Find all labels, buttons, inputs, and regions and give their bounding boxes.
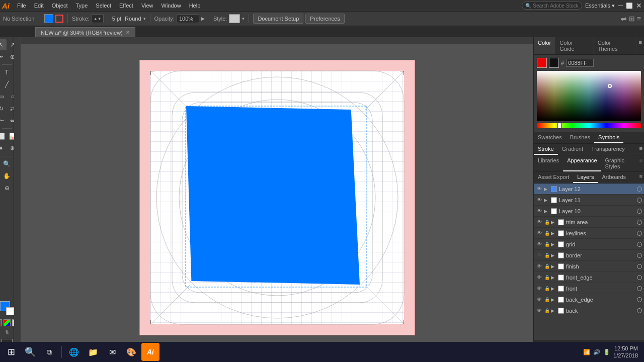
menu-view[interactable]: View (138, 2, 157, 10)
tab-graphic-styles[interactable]: Graphic Styles (601, 155, 638, 171)
color-mode-swatch[interactable] (4, 319, 11, 326)
layer-row-trim[interactable]: 👁 🔒 ▶ trim area (534, 217, 644, 228)
keylines-lock-icon[interactable]: 🔒 (544, 231, 550, 236)
artboard-tool[interactable]: ⬜ (0, 131, 7, 142)
tab-libraries[interactable]: Libraries (534, 155, 563, 171)
none-swatch[interactable] (0, 319, 2, 326)
rotate-tool[interactable]: ↻ (0, 103, 7, 114)
tab-close-icon[interactable]: ✕ (126, 30, 130, 35)
layer-11-eye-icon[interactable]: 👁 (536, 197, 543, 203)
foreground-color-box[interactable] (537, 58, 547, 68)
front-arrow-icon[interactable]: ▶ (551, 286, 556, 291)
tab-swatches[interactable]: Swatches (534, 132, 566, 143)
layer-row-12[interactable]: 👁 ▶ Layer 12 (534, 184, 644, 195)
layer-12-eye-icon[interactable]: 👁 (536, 186, 543, 192)
canvas-area[interactable] (14, 37, 533, 351)
border-lock-icon[interactable]: 🔒 (544, 253, 550, 258)
menu-help[interactable]: Help (186, 2, 204, 10)
layer-10-target[interactable] (637, 209, 642, 214)
back-lock-icon[interactable]: 🔒 (544, 308, 550, 313)
finish-target[interactable] (637, 264, 642, 269)
tab-artboards[interactable]: Artboards (598, 172, 630, 183)
network-icon[interactable]: 📶 (583, 349, 590, 355)
zoom-tool[interactable]: 🔍 (2, 158, 13, 169)
front-edge-target[interactable] (637, 275, 642, 280)
rectangle-tool[interactable]: ▭ (0, 91, 7, 102)
front-eye-icon[interactable]: 👁 (536, 286, 543, 291)
start-button[interactable]: ⊞ (2, 343, 20, 361)
stroke-dropdown-icon[interactable]: ▾ (143, 16, 146, 21)
stroke-up-icon[interactable]: ▲▼ (94, 17, 102, 21)
taskbar-clock[interactable]: 12:50 PM 1/27/2018 (613, 345, 642, 359)
menu-file[interactable]: File (14, 2, 30, 10)
stroke-panel-menu-icon[interactable]: ≡ (638, 144, 644, 155)
line-tool[interactable]: ╱ (2, 79, 13, 90)
illustrator-taskbar-btn[interactable]: Ai (141, 343, 159, 361)
menu-effect[interactable]: Effect (116, 2, 137, 10)
finish-lock-icon[interactable]: 🔒 (544, 264, 550, 269)
pen-tool[interactable]: ✒ (0, 51, 7, 62)
tab-color-themes[interactable]: Color Themes (594, 37, 637, 54)
style-dropdown-icon[interactable]: ▾ (242, 16, 245, 21)
layer-row-10[interactable]: 👁 ▶ Layer 10 (534, 206, 644, 217)
warp-tool[interactable]: 〜 (0, 115, 7, 126)
stroke-swatch[interactable] (55, 15, 63, 23)
layer-row-finish[interactable]: 👁 🔒 ▶ finish (534, 261, 644, 272)
tab-color[interactable]: Color (534, 37, 555, 54)
fill-swatch[interactable] (44, 14, 53, 23)
color-cursor[interactable] (608, 84, 612, 88)
keylines-eye-icon[interactable]: 👁 (536, 230, 543, 236)
preferences-button[interactable]: Preferences (305, 14, 344, 24)
tab-gradient[interactable]: Gradient (558, 144, 587, 155)
finish-eye-icon[interactable]: 👁 (536, 263, 543, 269)
style-swatch[interactable] (229, 14, 240, 23)
menu-window[interactable]: Window (158, 2, 185, 10)
volume-icon[interactable]: 🔊 (593, 349, 600, 355)
tab-brushes[interactable]: Brushes (566, 132, 594, 143)
tab-transparency[interactable]: Transparency (587, 144, 629, 155)
tab-appearance[interactable]: Appearance (563, 155, 601, 171)
back-edge-lock-icon[interactable]: 🔒 (544, 297, 550, 302)
spray-tool[interactable]: ✦ (0, 143, 7, 154)
front-edge-eye-icon[interactable]: 👁 (536, 275, 543, 280)
battery-icon[interactable]: 🔋 (603, 349, 610, 355)
fill-stroke-swatch[interactable] (0, 301, 14, 315)
tab-stroke[interactable]: Stroke (534, 144, 558, 155)
layer-12-target[interactable] (637, 187, 642, 192)
layer-12-arrow-icon[interactable]: ▶ (544, 187, 549, 192)
menu-object[interactable]: Object (48, 2, 71, 10)
layer-row-front-edge[interactable]: 👁 🔒 ▶ front_edge (534, 272, 644, 283)
hue-bar[interactable] (537, 123, 641, 128)
selection-tool[interactable]: ↖ (0, 39, 7, 50)
front-target[interactable] (637, 286, 642, 291)
menu-type[interactable]: Type (72, 2, 92, 10)
layer-row-keylines[interactable]: 👁 🔒 ▶ keylines (534, 228, 644, 239)
type-tool[interactable]: T (2, 67, 13, 78)
layer-10-eye-icon[interactable]: 👁 (536, 208, 543, 214)
layer-row-back-edge[interactable]: 👁 🔒 ▶ back_edge (534, 294, 644, 305)
grid-arrow-icon[interactable]: ▶ (551, 242, 556, 247)
document-tab[interactable]: NEW.ai* @ 304% (RGB/Preview) ✕ (35, 27, 135, 37)
appearance-panel-menu-icon[interactable]: ≡ (638, 155, 644, 171)
front-lock-icon[interactable]: 🔒 (544, 286, 550, 291)
trim-target[interactable] (637, 220, 642, 225)
back-target[interactable] (637, 308, 642, 313)
sub-panel-menu-icon[interactable]: ≡ (638, 132, 644, 143)
panel-toggle-icon[interactable]: ⇌ (621, 15, 627, 23)
layers-panel-menu-icon[interactable]: ≡ (638, 172, 644, 183)
border-arrow-icon[interactable]: ▶ (551, 253, 556, 258)
edge-button[interactable]: 🌐 (65, 343, 83, 361)
maximize-btn[interactable]: ⬜ (626, 3, 633, 9)
front-edge-lock-icon[interactable]: 🔒 (544, 275, 550, 280)
search-button[interactable]: 🔍 (21, 343, 39, 361)
layer-11-arrow-icon[interactable]: ▶ (544, 198, 549, 203)
search-placeholder[interactable]: Search Adobe Stock (533, 3, 579, 9)
swap-icon[interactable]: ⇅ (5, 329, 9, 335)
menu-edit[interactable]: Edit (31, 2, 47, 10)
zoom-out-tool[interactable]: ⊖ (2, 183, 13, 194)
back-edge-arrow-icon[interactable]: ▶ (551, 297, 556, 302)
layer-row-11[interactable]: 👁 ▶ Layer 11 (534, 195, 644, 206)
tab-layers[interactable]: Layers (573, 172, 598, 183)
trim-lock-icon[interactable]: 🔒 (544, 220, 550, 225)
opacity-input[interactable] (177, 14, 199, 23)
